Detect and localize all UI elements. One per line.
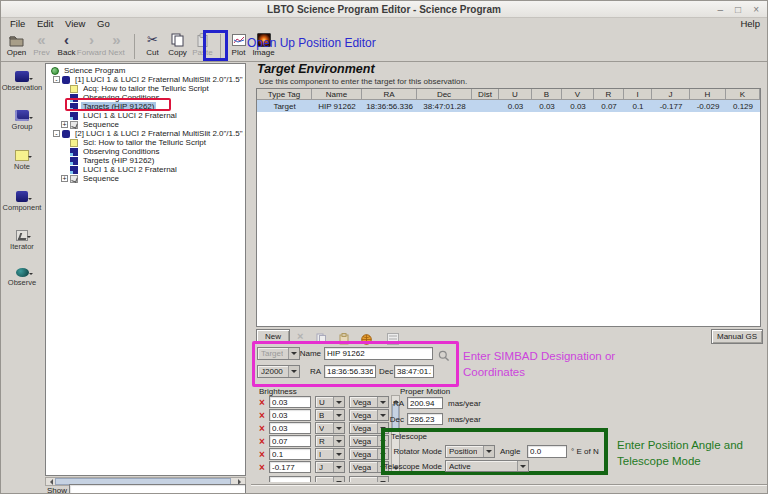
minimize-button[interactable]: – [718,1,724,18]
next-button[interactable]: » Next [104,32,129,60]
magnitude-input[interactable] [269,409,311,421]
column-header[interactable]: K [726,89,760,100]
manual-gs-button[interactable]: Manual GS [711,329,763,344]
tree-item-observing-conditions-1[interactable]: Observing Conditions [46,93,245,102]
sidebar-item-iterator[interactable]: Iterator [1,230,43,251]
tree-item-observation-1[interactable]: - [1] LUCI 1 & LUCI 2 Fraternal MultiSli… [46,75,245,84]
note-icon [70,85,78,93]
pm-ra-input[interactable] [407,397,443,409]
show-input[interactable] [69,484,246,494]
tree-item-luci-1[interactable]: LUCI 1 & LUCI 2 Fraternal [46,111,245,120]
pm-dec-unit: mas/year [448,415,481,424]
coordinate-system-dropdown[interactable]: J2000 [257,365,300,378]
table-row-target[interactable]: Target HIP 91262 18:36:56.336 38:47:01.2… [257,100,760,112]
annotation-telescope: Enter Position Angle and Telescope Mode [617,437,767,469]
delete-magnitude-icon[interactable]: × [259,411,265,421]
cell-i: 0.1 [624,100,652,112]
column-header[interactable]: Type Tag [257,89,312,100]
delete-magnitude-icon[interactable]: × [259,398,265,408]
column-header[interactable]: RA [362,89,417,100]
window-controls: – □ × [718,1,759,18]
band-dropdown[interactable]: J [315,461,345,473]
delete-magnitude-icon[interactable]: × [259,450,265,460]
copy-button[interactable]: Copy [165,32,190,60]
collapse-handle-icon[interactable]: - [53,130,60,137]
column-header[interactable]: I [624,89,652,100]
new-target-button[interactable]: New [256,329,290,344]
band-dropdown[interactable]: I [315,448,345,460]
tree-item-targets-2[interactable]: Targets (HIP 91262) [46,156,245,165]
delete-magnitude-icon[interactable]: × [259,424,265,434]
tree-item-sci-note[interactable]: Sci: How to tailor the Telluric Script [46,138,245,147]
magnitude-input[interactable] [269,448,311,460]
column-header[interactable]: J [652,89,690,100]
pm-ra-label: RA [386,399,404,408]
sidebar-item-note[interactable]: Note [1,150,43,171]
system-dropdown[interactable]: Vega [349,409,389,421]
tree-item-acq-note[interactable]: Acq: How to tailor the Telluric Script [46,84,245,93]
system-dropdown[interactable]: Vega [349,396,389,408]
ra-input[interactable] [324,365,376,378]
search-icon[interactable] [438,348,450,366]
window-title: LBTO Science Program Editor - Science Pr… [267,4,501,15]
column-header[interactable]: V [562,89,594,100]
chevron-down-icon [333,462,344,472]
tree-item-science-program[interactable]: Science Program [46,66,245,75]
sidebar-item-group[interactable]: Group [1,110,43,131]
column-header[interactable]: Dist [472,89,499,100]
expand-handle-icon[interactable]: + [61,175,68,182]
pm-ra-unit: mas/year [448,399,481,408]
angle-input[interactable] [527,445,567,458]
dec-input[interactable] [394,365,434,378]
tree-item-targets-1-selected[interactable]: Targets (HIP 91262) [46,102,245,111]
sidebar-item-component[interactable]: Component [1,191,43,212]
tree-item-sequence-1[interactable]: + Sequence [46,120,245,129]
band-dropdown[interactable]: U [315,396,345,408]
delete-magnitude-icon[interactable]: × [259,463,265,473]
back-button[interactable]: ‹ Back [54,32,79,60]
magnitude-input[interactable] [269,422,311,434]
column-header[interactable]: U [499,89,532,100]
sidebar-item-observation[interactable]: Observation [1,71,43,92]
pm-dec-input[interactable] [407,413,443,425]
observation-icon [62,130,70,138]
column-header[interactable]: R [594,89,624,100]
program-tree: Science Program - [1] LUCI 1 & LUCI 2 Fr… [45,63,246,476]
column-header[interactable]: Dec [417,89,472,100]
target-type-dropdown[interactable]: Target [257,347,300,360]
tree-item-sequence-2[interactable]: + Sequence [46,174,245,183]
column-header[interactable]: H [690,89,726,100]
menu-go[interactable]: Go [97,18,110,29]
cut-button[interactable]: ✂ Cut [140,32,165,60]
band-dropdown[interactable]: R [315,435,345,447]
band-dropdown[interactable]: V [315,422,345,434]
menu-view[interactable]: View [65,18,85,29]
column-header[interactable]: B [532,89,562,100]
open-button[interactable]: Open [4,32,29,60]
sidebar-item-observe[interactable]: Observe [1,268,43,287]
remove-target-icon[interactable]: × [297,331,303,342]
tree-item-observation-2[interactable]: - [2] LUCI 1 & LUCI 2 Fraternal MultiSli… [46,129,245,138]
tree-item-luci-2[interactable]: LUCI 1 & LUCI 2 Fraternal [46,165,245,174]
magnitude-input[interactable] [269,396,311,408]
target-name-input[interactable] [324,347,433,360]
tree-item-observing-conditions-2[interactable]: Observing Conditions [46,147,245,156]
rotator-mode-dropdown[interactable]: Position [445,445,495,458]
scroll-left-arrow-icon[interactable] [47,479,53,485]
magnitude-input[interactable] [269,435,311,447]
band-dropdown[interactable]: B [315,409,345,421]
menu-help[interactable]: Help [740,18,760,29]
magnitude-input[interactable] [269,461,311,473]
prev-button[interactable]: « Prev [29,32,54,60]
forward-button[interactable]: › Forward [79,32,104,60]
close-button[interactable]: × [753,1,759,18]
maximize-button[interactable]: □ [735,1,741,18]
delete-magnitude-icon[interactable]: × [259,437,265,447]
collapse-handle-icon[interactable]: - [53,76,60,83]
cell-v: 0.03 [562,100,594,112]
expand-handle-icon[interactable]: + [61,121,68,128]
menu-file[interactable]: File [10,18,25,29]
menu-edit[interactable]: Edit [37,18,53,29]
telescope-mode-dropdown[interactable]: Active [445,460,529,472]
column-header[interactable]: Name [312,89,362,100]
